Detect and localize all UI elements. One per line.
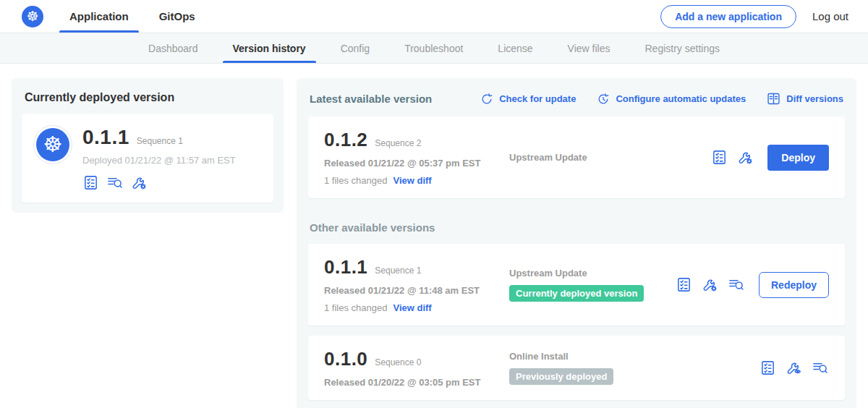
version-actions: Deploy [711, 145, 829, 171]
diff-icon [766, 91, 781, 106]
add-new-application-button[interactable]: Add a new application [660, 5, 796, 28]
sequence-label: Sequence 2 [375, 138, 421, 148]
logs-icon[interactable] [106, 174, 124, 191]
deployed-date: Deployed 01/21/22 @ 11:57 am EST [82, 155, 236, 166]
released-date: Released 01/21/22 @ 11:48 am EST [324, 285, 509, 296]
sequence-label: Sequence 1 [375, 265, 421, 276]
files-changed-label: 1 files changed [324, 175, 387, 186]
view-diff-link[interactable]: View diff [393, 175, 431, 186]
version-number: 0.1.0 [324, 348, 367, 370]
tab-license[interactable]: License [480, 33, 550, 63]
diff-versions-link[interactable]: Diff versions [766, 91, 843, 106]
preflight-checklist-icon[interactable] [82, 174, 99, 191]
tab-config[interactable]: Config [323, 33, 387, 63]
version-source-label: Upstream Update [509, 268, 587, 279]
preflight-checklist-icon[interactable] [760, 360, 776, 376]
kubernetes-helm-icon: ☸ [22, 6, 43, 27]
tab-troubleshoot[interactable]: Troubleshoot [387, 33, 480, 63]
view-diff-link[interactable]: View diff [393, 302, 431, 313]
released-date: Released 01/21/22 @ 05:37 pm EST [324, 158, 509, 169]
app-tabs: Application GitOps [59, 0, 216, 33]
logout-link[interactable]: Log out [812, 10, 848, 22]
deployed-action-icons [82, 174, 236, 191]
configure-automatic-updates-label: Configure automatic updates [616, 93, 746, 104]
version-card-0-1-2: 0.1.2 Sequence 2 Released 01/21/22 @ 05:… [308, 116, 845, 198]
view-config-icon[interactable] [786, 360, 802, 376]
sub-nav: Dashboard Version history Config Trouble… [0, 33, 868, 64]
version-number: 0.1.2 [324, 129, 367, 151]
tab-version-history[interactable]: Version history [216, 33, 323, 63]
kubernetes-helm-icon: ☸ [36, 128, 69, 161]
preflight-checklist-icon[interactable] [676, 276, 692, 293]
top-nav: ☸ Application GitOps Add a new applicati… [0, 0, 868, 33]
main-content: Currently deployed version ☸ 0.1.1 Seque… [0, 64, 868, 408]
other-available-versions-title: Other available versions [310, 221, 843, 234]
redeploy-button[interactable]: Redeploy [759, 272, 829, 298]
version-source-label: Upstream Update [509, 152, 587, 163]
logs-icon[interactable] [728, 276, 745, 293]
deployed-version-number: 0.1.1 [82, 126, 129, 149]
version-card-0-1-0: 0.1.0 Sequence 0 Released 01/20/22 @ 03:… [308, 336, 845, 400]
edit-config-icon[interactable] [737, 149, 754, 166]
check-for-update-label: Check for update [499, 93, 576, 104]
tab-view-files[interactable]: View files [550, 33, 628, 63]
refresh-icon [480, 92, 494, 106]
version-actions [760, 360, 829, 376]
version-actions: Redeploy [676, 272, 829, 298]
edit-config-icon[interactable] [131, 174, 148, 191]
released-date: Released 01/20/22 @ 03:05 pm EST [324, 377, 509, 388]
preflight-checklist-icon[interactable] [711, 149, 728, 166]
currently-deployed-badge: Currently deployed version [509, 285, 644, 302]
deploy-button[interactable]: Deploy [767, 145, 829, 171]
version-source-label: Online Install [509, 351, 569, 362]
tab-gitops[interactable]: GitOps [149, 0, 205, 33]
deployed-version-card: ☸ 0.1.1 Sequence 1 Deployed 01/21/22 @ 1… [22, 114, 273, 203]
tab-application[interactable]: Application [59, 0, 139, 33]
sequence-label: Sequence 0 [375, 357, 421, 367]
diff-versions-label: Diff versions [786, 93, 843, 104]
currently-deployed-title: Currently deployed version [25, 91, 271, 104]
latest-available-title: Latest available version [310, 93, 432, 105]
version-card-0-1-1: 0.1.1 Sequence 1 Released 01/21/22 @ 11:… [308, 244, 845, 326]
tab-dashboard[interactable]: Dashboard [131, 33, 216, 63]
check-for-update-link[interactable]: Check for update [480, 92, 576, 106]
edit-config-icon[interactable] [702, 276, 718, 293]
configure-automatic-updates-link[interactable]: Configure automatic updates [596, 92, 746, 106]
schedule-update-icon [596, 92, 610, 106]
deployed-sequence-label: Sequence 1 [137, 136, 183, 146]
logs-icon[interactable] [812, 360, 829, 376]
tab-registry-settings[interactable]: Registry settings [628, 33, 737, 63]
currently-deployed-panel: Currently deployed version ☸ 0.1.1 Seque… [12, 78, 284, 213]
previously-deployed-badge: Previously deployed [509, 368, 613, 385]
version-history-panel: Latest available version Check for updat… [297, 78, 856, 408]
version-number: 0.1.1 [324, 256, 367, 279]
files-changed-label: 1 files changed [324, 302, 387, 313]
